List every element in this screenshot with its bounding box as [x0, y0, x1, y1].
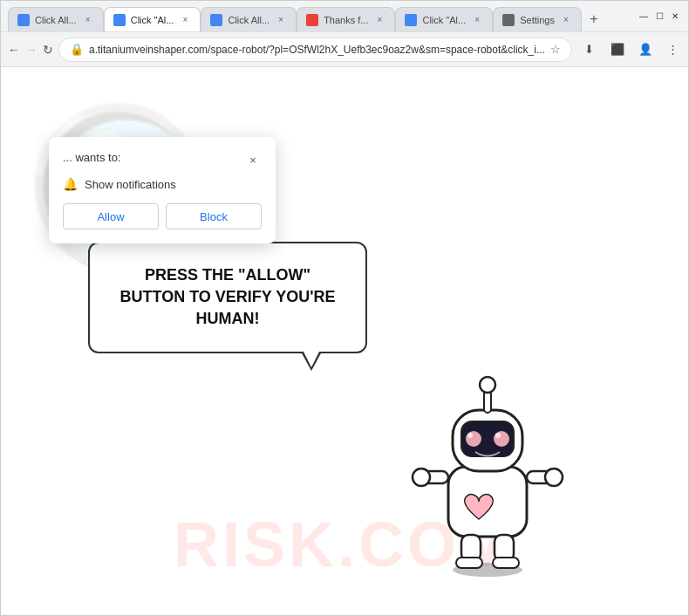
tab-3-title: Click All... — [228, 15, 269, 25]
new-tab-button[interactable]: + — [582, 7, 606, 31]
tab-2-close[interactable]: × — [179, 14, 191, 26]
tab-4-favicon — [306, 14, 318, 26]
block-button[interactable]: Block — [166, 203, 262, 229]
svg-point-12 — [413, 469, 430, 486]
popup-notification-row: 🔔 Show notifications — [63, 177, 262, 191]
bookmark-icon[interactable]: ☆ — [550, 43, 561, 56]
tab-1-close[interactable]: × — [82, 14, 94, 26]
profile-icon[interactable]: 👤 — [633, 38, 658, 62]
window-controls: — ☐ ✕ — [638, 10, 681, 23]
maximize-button[interactable]: ☐ — [653, 10, 665, 23]
lock-icon: 🔒 — [70, 43, 84, 56]
tab-1-title: Click All... — [35, 15, 77, 25]
tab-3[interactable]: Click All... × — [201, 7, 297, 31]
tab-5[interactable]: Click "Al... × — [395, 7, 493, 31]
tab-6-close[interactable]: × — [560, 14, 572, 26]
minimize-button[interactable]: — — [638, 10, 650, 23]
tab-6[interactable]: Settings × — [493, 7, 582, 31]
svg-point-6 — [466, 431, 481, 447]
title-bar: Click All... × Click "Al... × Click All.… — [1, 1, 688, 32]
tab-6-title: Settings — [520, 15, 555, 25]
tab-2-favicon — [113, 14, 126, 26]
svg-point-9 — [495, 433, 501, 438]
extensions-icon[interactable]: ⬛ — [605, 38, 630, 62]
forward-button[interactable]: → — [25, 38, 38, 62]
tab-6-favicon — [502, 14, 515, 26]
bell-icon: 🔔 — [63, 177, 78, 191]
speech-bubble-text: PRESS THE "ALLOW" BUTTON TO VERIFY YOU'R… — [120, 266, 336, 327]
robot-svg — [400, 353, 575, 580]
tab-4-title: Thanks f... — [324, 15, 368, 25]
svg-point-8 — [467, 433, 473, 438]
tab-4[interactable]: Thanks f... × — [297, 7, 395, 31]
tab-1[interactable]: Click All... × — [8, 7, 104, 31]
svg-rect-16 — [456, 558, 482, 568]
svg-rect-17 — [493, 558, 519, 568]
download-icon[interactable]: ⬇ — [577, 38, 602, 62]
tab-3-close[interactable]: × — [275, 14, 287, 26]
robot-image — [400, 353, 575, 580]
url-bar[interactable]: 🔒 a.titaniumveinshaper.com/space-robot/?… — [58, 38, 572, 62]
back-button[interactable]: ← — [8, 38, 20, 62]
popup-buttons: Allow Block — [63, 203, 262, 229]
popup-wants-to-label: ... wants to: — [63, 151, 120, 164]
speech-bubble: PRESS THE "ALLOW" BUTTON TO VERIFY YOU'R… — [88, 242, 367, 353]
reload-button[interactable]: ↻ — [43, 38, 53, 62]
menu-icon[interactable]: ⋮ — [661, 38, 686, 62]
popup-header: ... wants to: × — [63, 151, 262, 168]
tab-2-title: Click "Al... — [131, 15, 174, 25]
address-bar: ← → ↻ 🔒 a.titaniumveinshaper.com/space-r… — [1, 32, 688, 67]
tab-5-close[interactable]: × — [471, 14, 483, 26]
popup-close-button[interactable]: × — [244, 151, 262, 168]
tab-bar: Click All... × Click "Al... × Click All.… — [8, 1, 627, 31]
toolbar-icons: ⬇ ⬛ 👤 ⋮ — [577, 38, 686, 62]
tab-2[interactable]: Click "Al... × — [104, 7, 201, 31]
browser-frame: Click All... × Click "Al... × Click All.… — [0, 0, 689, 616]
svg-point-7 — [494, 431, 509, 447]
tab-3-favicon — [210, 14, 222, 26]
show-notifications-label: Show notifications — [85, 178, 176, 191]
tab-1-favicon — [17, 14, 30, 26]
tab-4-close[interactable]: × — [373, 14, 385, 26]
tab-5-title: Click "Al... — [422, 15, 466, 25]
close-button[interactable]: ✕ — [669, 10, 681, 23]
page-content: 🔍 RISK.COM PRESS THE "ALLOW" BUTTON TO V… — [1, 67, 688, 615]
tab-5-favicon — [405, 14, 417, 26]
notification-popup: ... wants to: × 🔔 Show notifications All… — [49, 137, 276, 243]
svg-point-4 — [480, 377, 495, 393]
svg-point-13 — [545, 469, 563, 486]
allow-button[interactable]: Allow — [63, 203, 159, 229]
url-text: a.titaniumveinshaper.com/space-robot/?pl… — [89, 44, 545, 56]
